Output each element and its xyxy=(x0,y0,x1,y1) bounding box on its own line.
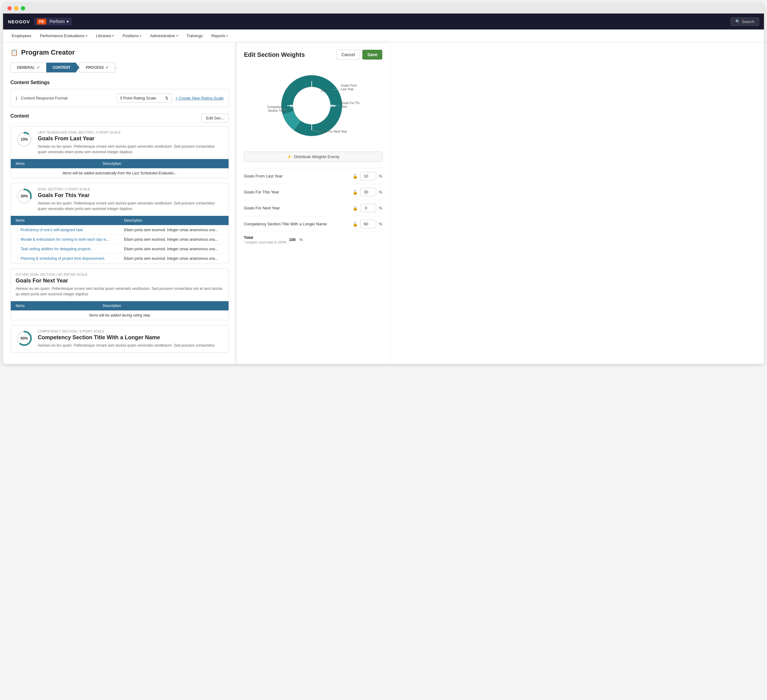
total-value: 100 xyxy=(289,237,296,242)
card-table-last-year: Items Description Items will be added au… xyxy=(11,159,229,178)
close-dot[interactable] xyxy=(7,6,12,10)
card-goals-last-year: 10% LAST SCHEDULED GOAL SECTION | 3 POIN… xyxy=(10,126,229,178)
content-settings-title: Content Settings xyxy=(10,80,229,85)
card-goals-this-year: 30% GOAL SECTION | 3 POINT SCALE Goals F… xyxy=(10,183,229,263)
pct-badge-this-year: 30% xyxy=(16,188,33,205)
item-link[interactable]: Morale & enthusiasm for coming to work e… xyxy=(21,237,108,242)
weight-input-last-year[interactable] xyxy=(360,172,376,180)
nav-item-employees[interactable]: Employees xyxy=(8,31,35,40)
svg-text:10%: 10% xyxy=(320,89,327,92)
tab-process[interactable]: PROCESS ✓ xyxy=(80,63,115,72)
breadcrumb-arrow: › xyxy=(115,64,116,71)
tab-content[interactable]: CONTENT xyxy=(46,63,80,72)
auto-note-next-year: Items will be added during rating step xyxy=(11,311,229,320)
pct-symbol: % xyxy=(379,190,382,195)
pct-symbol: % xyxy=(379,174,382,179)
settings-label: Content Response Format xyxy=(21,96,113,100)
col-items: Items xyxy=(11,159,98,169)
card-info-competency: COMPETENCY SECTION | 5 POINT SCALE Compe… xyxy=(38,330,224,348)
rating-scale-dropdown[interactable]: 3 Point Rating Scale ⇅ xyxy=(116,94,172,102)
weight-row-competency: Competency Section Title With a Longer N… xyxy=(244,216,382,232)
nav-item-administrative[interactable]: Administrative ▾ xyxy=(146,31,181,40)
save-button[interactable]: Save xyxy=(362,50,382,59)
neogov-logo: NEOGOV xyxy=(8,19,30,24)
panel-header: Edit Section Weights Cancel Save xyxy=(244,50,382,59)
table-row: ⋮Planning & scheduling of project time d… xyxy=(11,254,229,263)
drag-handle[interactable]: ⋮ xyxy=(16,237,19,242)
program-creator-icon: 📋 xyxy=(10,49,18,56)
chevron-down-icon: ▾ xyxy=(112,34,114,37)
chevron-down-icon: ▾ xyxy=(86,34,88,37)
card-competency: 60% COMPETENCY SECTION | 5 POINT SCALE C… xyxy=(10,325,229,353)
svg-text:Goals From: Goals From xyxy=(341,84,357,87)
unlock-icon[interactable]: 🔓 xyxy=(353,190,358,195)
weight-input-competency[interactable] xyxy=(360,220,376,228)
spinner-icon: ⇅ xyxy=(165,96,169,100)
search-label: Search xyxy=(742,19,754,24)
page-title: Program Creator xyxy=(21,48,75,56)
card-table-this-year: Items Description ⋮Proficiency of one's … xyxy=(11,216,229,263)
item-link[interactable]: Proficiency of one's self-assigned task. xyxy=(21,228,84,232)
app-pill: PE xyxy=(37,19,46,25)
card-info-this-year: GOAL SECTION | 3 POINT SCALE Goals For T… xyxy=(38,188,224,212)
minimize-dot[interactable] xyxy=(14,6,18,10)
nav-item-libraries[interactable]: Libraries ▾ xyxy=(92,31,118,40)
item-link[interactable]: Planning & scheduling of project time di… xyxy=(21,256,105,261)
content-settings-box: ℹ Content Response Format 3 Point Rating… xyxy=(10,89,229,107)
tab-general[interactable]: GENERAL ✓ xyxy=(10,63,46,72)
distribute-icon: ⚡ xyxy=(287,155,292,159)
card-info-last-year: LAST SCHEDULED GOAL SECTION | 3 POINT SC… xyxy=(38,131,224,155)
weight-label: Goals For Next Year xyxy=(244,206,350,210)
col-items-3: Items xyxy=(11,301,98,311)
pct-badge-competency: 60% xyxy=(16,330,33,347)
app-switcher-button[interactable]: PE Perform ▾ xyxy=(34,18,72,26)
panel-title: Edit Section Weights xyxy=(244,51,305,58)
search-button[interactable]: 🔍 Search xyxy=(731,18,759,26)
weight-input-next-year[interactable] xyxy=(360,204,376,212)
breadcrumb-tabs: GENERAL ✓ CONTENT PROCESS ✓ › xyxy=(10,63,229,72)
maximize-dot[interactable] xyxy=(21,6,25,10)
pct-symbol: % xyxy=(379,222,382,226)
nav-item-reports[interactable]: Reports ▾ xyxy=(208,31,232,40)
svg-point-13 xyxy=(295,89,329,123)
donut-chart: 10% 30% 60% Goals From Last Year Goals F… xyxy=(267,66,359,145)
weight-row-this-year: Goals For This Year 🔓 % xyxy=(244,184,382,200)
donut-chart-container: 10% 30% 60% Goals From Last Year Goals F… xyxy=(244,66,382,145)
card-table-next-year: Items Description Items will be added du… xyxy=(11,301,229,320)
svg-text:Goals For Next Year: Goals For Next Year xyxy=(319,130,347,133)
panel-buttons: Cancel Save xyxy=(336,50,382,59)
col-desc: Description xyxy=(98,159,229,169)
chevron-down-icon: ▾ xyxy=(226,34,228,37)
nav-item-trainings[interactable]: Trainings xyxy=(183,31,207,40)
donut-svg: 10% 30% 60% Goals From Last Year Goals F… xyxy=(267,66,359,145)
distribute-weights-button[interactable]: ⚡ Distribute Weights Evenly xyxy=(244,151,382,162)
item-link[interactable]: Task setting abilities for delegating pr… xyxy=(21,247,91,251)
edit-sections-button[interactable]: Edit Sec... xyxy=(202,113,229,123)
unlock-icon[interactable]: 🔓 xyxy=(353,222,358,226)
chevron-down-icon: ▾ xyxy=(177,34,178,37)
create-rating-scale-link[interactable]: + Create New Rating Scale xyxy=(175,96,224,100)
chevron-down-icon: ▾ xyxy=(67,19,69,24)
weight-rows: Goals From Last Year 🔓 % Goals For This … xyxy=(244,168,382,247)
drag-handle[interactable]: ⋮ xyxy=(16,256,19,261)
top-bar: NEOGOV PE Perform ▾ 🔍 Search xyxy=(3,13,764,29)
auto-note-last-year: Items will be added automatically from t… xyxy=(11,169,229,178)
total-row: Total * weights must total to 100% 100 % xyxy=(244,232,382,247)
chevron-down-icon: ▾ xyxy=(140,34,142,37)
info-icon: ℹ xyxy=(16,96,17,101)
cancel-button[interactable]: Cancel xyxy=(336,50,360,59)
weight-input-this-year[interactable] xyxy=(360,188,376,196)
drag-handle[interactable]: ⋮ xyxy=(16,228,19,232)
side-panel: Edit Section Weights Cancel Save xyxy=(236,42,390,364)
weight-label: Goals From Last Year xyxy=(244,174,350,179)
card-goals-next-year: FUTURE GOAL SECTION | NO RATING SCALE Go… xyxy=(10,268,229,320)
drag-handle[interactable]: ⋮ xyxy=(16,247,19,251)
nav-item-performance-evaluations[interactable]: Performance Evaluations ▾ xyxy=(36,31,91,40)
unlock-icon[interactable]: 🔓 xyxy=(353,174,358,179)
lock-icon[interactable]: 🔒 xyxy=(353,206,358,210)
app-name-label: Perform xyxy=(49,19,65,24)
nav-item-positions[interactable]: Positions ▾ xyxy=(119,31,145,40)
svg-text:Year: Year xyxy=(341,105,347,108)
weight-label: Competency Section Title With a Longer N… xyxy=(244,222,350,226)
content-title: Content xyxy=(10,113,29,119)
